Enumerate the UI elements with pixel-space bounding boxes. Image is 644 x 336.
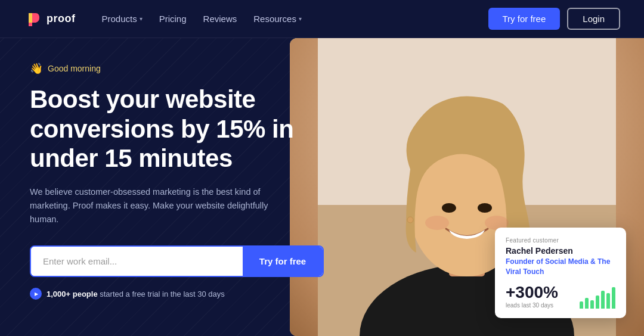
proof-logo-icon [24,10,43,29]
chart-bar [580,301,583,309]
email-input[interactable] [31,247,243,276]
card-name: Rachel Pedersen [506,246,615,256]
svg-point-9 [407,217,413,223]
greeting: 👋 Good morning [30,62,324,75]
svg-point-7 [425,216,449,230]
social-proof: 1,000+ people started a free trial in th… [30,288,324,300]
nav-reviews[interactable]: Reviews [196,9,244,29]
nav-login-button[interactable]: Login [567,8,620,30]
logo[interactable]: proof [24,10,75,29]
nav-try-free-button[interactable]: Try for free [488,8,561,30]
greeting-emoji: 👋 [30,62,43,75]
card-stat-label: leads last 30 days [506,302,558,309]
nav-pricing[interactable]: Pricing [152,9,194,29]
card-stat-row: +300% leads last 30 days [506,284,615,309]
hero-content: 👋 Good morning Boost your website conver… [0,38,348,336]
nav-products[interactable]: Products ▾ [94,9,149,29]
nav-resources[interactable]: Resources ▾ [246,9,309,29]
social-proof-text: 1,000+ people started a free trial in th… [47,290,225,298]
form-submit-button[interactable]: Try for free [243,247,323,276]
chart-bar [585,298,589,309]
chart-bar [606,293,610,309]
chart-bar [601,291,605,309]
hero-headline: Boost your website conversions by 15% in… [30,85,324,173]
logo-text: proof [47,13,75,25]
card-title: Founder of Social Media & The Viral Touc… [506,257,615,277]
hero-section: 👋 Good morning Boost your website conver… [0,38,644,336]
play-icon [30,288,42,300]
resources-dropdown-arrow: ▾ [299,15,302,22]
customer-card: Featured customer Rachel Pedersen Founde… [495,228,626,318]
products-dropdown-arrow: ▾ [140,15,143,22]
card-stat-group: +300% leads last 30 days [506,284,558,309]
svg-point-6 [478,203,492,213]
chart-bar [612,287,615,309]
email-form: Try for free [30,245,324,277]
nav-links: Products ▾ Pricing Reviews Resources ▾ [94,9,488,29]
greeting-text: Good morning [48,64,101,73]
navbar: proof Products ▾ Pricing Reviews Resourc… [0,0,644,38]
svg-point-5 [442,203,456,213]
nav-actions: Try for free Login [488,8,621,30]
card-label: Featured customer [506,237,615,244]
card-stat-value: +300% [506,284,558,301]
chart-bar [590,300,594,309]
chart-bar [596,295,599,309]
mini-chart [580,287,615,309]
hero-subheadline: We believe customer-obsessed marketing i… [30,185,286,227]
